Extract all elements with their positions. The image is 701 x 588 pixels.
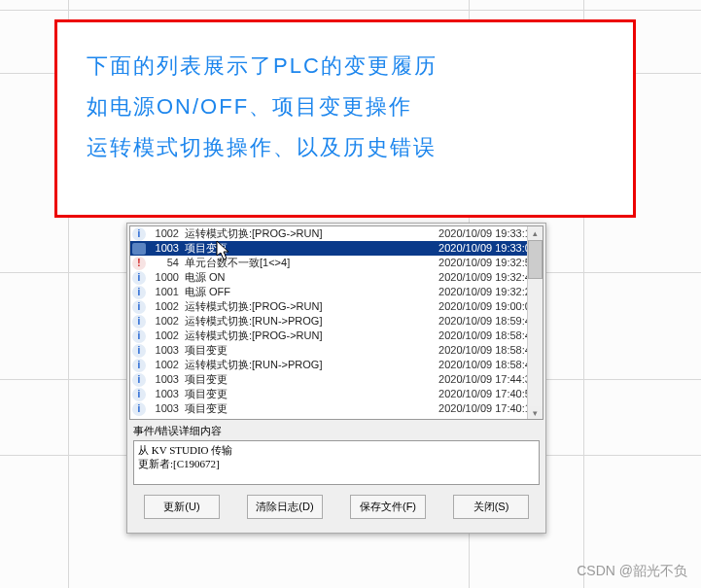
log-row[interactable]: 1002运转模式切换:[PROG->RUN]2020/10/09 19:33:1… <box>130 226 543 241</box>
log-code: 1003 <box>148 401 185 416</box>
log-message: 运转模式切换:[RUN->PROG] <box>185 358 397 372</box>
log-timestamp: 2020/10/09 17:44:36 <box>397 372 543 387</box>
info-icon <box>132 388 146 401</box>
log-code: 1000 <box>148 270 185 285</box>
log-row[interactable]: 1003项目变更2020/10/09 18:58:40 <box>130 343 543 358</box>
log-message: 电源 OFF <box>185 285 397 299</box>
log-code: 1002 <box>148 299 185 314</box>
info-icon <box>132 271 146 285</box>
clear-log-button[interactable]: 清除日志(D) <box>247 495 323 519</box>
log-timestamp: 2020/10/09 17:40:12 <box>397 401 543 416</box>
log-code: 1002 <box>148 314 185 329</box>
log-timestamp: 2020/10/09 17:40:54 <box>397 387 543 401</box>
scroll-up-arrow-icon[interactable]: ▴ <box>528 226 543 240</box>
log-code: 1003 <box>148 387 185 401</box>
log-code: 1002 <box>148 226 185 241</box>
save-file-button[interactable]: 保存文件(F) <box>350 495 426 519</box>
log-row[interactable]: 1002运转模式切换:[PROG->RUN]2020/10/09 19:00:0… <box>130 299 543 314</box>
log-code: 1001 <box>148 285 185 299</box>
info-icon <box>132 344 146 358</box>
log-dialog: 1002运转模式切换:[PROG->RUN]2020/10/09 19:33:1… <box>126 223 546 534</box>
log-message: 运转模式切换:[PROG->RUN] <box>185 299 397 314</box>
log-row[interactable]: 1003项目变更2020/10/09 17:44:36 <box>130 372 543 387</box>
log-list[interactable]: 1002运转模式切换:[PROG->RUN]2020/10/09 19:33:1… <box>129 225 543 420</box>
log-row[interactable]: 1003项目变更2020/10/09 19:33:01 <box>130 241 543 256</box>
info-icon <box>132 359 146 372</box>
annotation-line-2: 如电源ON/OFF、项目变更操作 <box>87 86 604 127</box>
log-row[interactable]: 1002运转模式切换:[RUN->PROG]2020/10/09 18:58:4… <box>130 358 543 372</box>
log-message: 项目变更 <box>185 241 397 256</box>
log-code: 1002 <box>148 358 185 372</box>
info-icon <box>132 315 146 329</box>
annotation-callout: 下面的列表展示了PLC的变更履历 如电源ON/OFF、项目变更操作 运转模式切换… <box>54 19 636 218</box>
log-row[interactable]: 1003项目变更2020/10/09 17:40:12 <box>130 401 543 416</box>
log-message: 运转模式切换:[PROG->RUN] <box>185 329 397 343</box>
log-row[interactable]: 1002运转模式切换:[PROG->RUN]2020/10/09 18:58:4… <box>130 329 543 343</box>
log-row[interactable]: 1000电源 ON2020/10/09 19:32:49 <box>130 270 543 285</box>
close-button[interactable]: 关闭(S) <box>453 495 529 519</box>
log-row[interactable]: 1001电源 OFF2020/10/09 19:32:28 <box>130 285 543 299</box>
detail-line-1: 从 KV STUDIO 传输 <box>138 443 535 457</box>
log-timestamp: 2020/10/09 19:32:28 <box>397 285 543 299</box>
log-message: 项目变更 <box>185 401 397 416</box>
log-row[interactable]: 1003项目变更2020/10/09 17:40:54 <box>130 387 543 401</box>
log-message: 运转模式切换:[RUN->PROG] <box>185 314 397 329</box>
dialog-button-row: 更新(U) 清除日志(D) 保存文件(F) 关闭(S) <box>127 485 545 527</box>
log-code: 1003 <box>148 241 185 256</box>
detail-label: 事件/错误详细内容 <box>127 420 545 440</box>
log-message: 电源 ON <box>185 270 397 285</box>
log-timestamp: 2020/10/09 19:32:49 <box>397 270 543 285</box>
log-timestamp: 2020/10/09 19:33:13 <box>397 226 543 241</box>
annotation-line-3: 运转模式切换操作、以及历史错误 <box>87 127 604 168</box>
log-code: 1003 <box>148 343 185 358</box>
lock-icon <box>132 243 146 255</box>
log-timestamp: 2020/10/09 19:33:01 <box>397 241 543 256</box>
log-row[interactable]: 54单元台数不一致[1<>4]2020/10/09 19:32:51 <box>130 256 543 270</box>
info-icon <box>132 286 146 299</box>
watermark: CSDN @韶光不负 <box>577 563 687 580</box>
detail-line-2: 更新者:[C190672] <box>138 457 535 470</box>
log-message: 运转模式切换:[PROG->RUN] <box>185 226 397 241</box>
log-timestamp: 2020/10/09 19:32:51 <box>397 256 543 270</box>
log-message: 项目变更 <box>185 343 397 358</box>
info-icon <box>132 227 146 241</box>
info-icon <box>132 300 146 314</box>
info-icon <box>132 329 146 343</box>
info-icon <box>132 402 146 416</box>
annotation-line-1: 下面的列表展示了PLC的变更履历 <box>87 46 604 86</box>
log-row[interactable]: 1002运转模式切换:[RUN->PROG]2020/10/09 18:59:4… <box>130 314 543 329</box>
log-timestamp: 2020/10/09 18:58:40 <box>397 358 543 372</box>
log-timestamp: 2020/10/09 18:59:47 <box>397 314 543 329</box>
info-icon <box>132 373 146 387</box>
log-message: 项目变更 <box>185 372 397 387</box>
update-button[interactable]: 更新(U) <box>144 495 220 519</box>
log-scrollbar[interactable]: ▴ ▾ <box>527 226 543 420</box>
log-timestamp: 2020/10/09 19:00:07 <box>397 299 543 314</box>
log-message: 单元台数不一致[1<>4] <box>185 256 397 270</box>
scroll-down-arrow-icon[interactable]: ▾ <box>528 406 543 420</box>
log-code: 54 <box>148 256 185 270</box>
log-code: 1002 <box>148 329 185 343</box>
log-message: 项目变更 <box>185 387 397 401</box>
detail-box[interactable]: 从 KV STUDIO 传输 更新者:[C190672] <box>133 440 540 485</box>
error-icon <box>132 257 146 270</box>
scroll-thumb[interactable] <box>528 240 543 279</box>
log-code: 1003 <box>148 372 185 387</box>
log-timestamp: 2020/10/09 18:58:45 <box>397 329 543 343</box>
log-timestamp: 2020/10/09 18:58:40 <box>397 343 543 358</box>
